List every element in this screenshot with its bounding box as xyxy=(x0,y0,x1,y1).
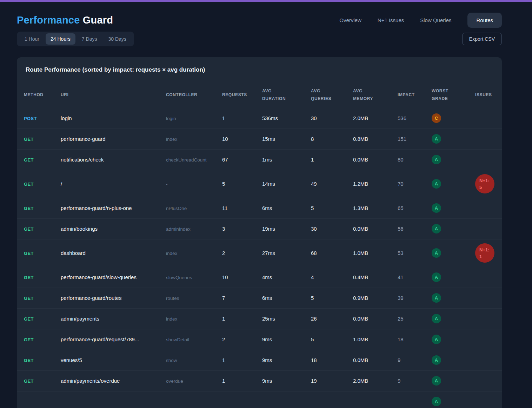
time-range-1-hour[interactable]: 1 Hour xyxy=(20,33,44,45)
controller-cell: nPlusOne xyxy=(166,198,222,218)
impact-cell: 18 xyxy=(398,329,432,350)
app-title-primary: Performance xyxy=(17,14,80,26)
requests-cell: 1 xyxy=(222,370,262,391)
worst-grade-cell: A xyxy=(432,218,475,239)
avg-memory-value: 2.0MB xyxy=(353,115,368,121)
controller-cell: show xyxy=(166,350,222,370)
avg-duration-cell: 4ms xyxy=(262,267,311,288)
time-range-30-days[interactable]: 30 Days xyxy=(103,33,131,45)
main-nav: OverviewN+1 IssuesSlow QueriesRoutes xyxy=(339,13,502,28)
nav-item-n-1-issues[interactable]: N+1 Issues xyxy=(378,17,404,23)
column-header-worst-grade: WORST GRADE xyxy=(432,82,475,108)
app-title-secondary: Guard xyxy=(83,14,113,26)
method-label: GET xyxy=(24,296,34,301)
avg-queries-value: 5 xyxy=(311,336,314,342)
requests-cell: 11 xyxy=(222,198,262,218)
requests-value: 1 xyxy=(222,115,225,121)
grade-badge: C xyxy=(432,113,441,123)
method-label: GET xyxy=(24,251,34,256)
controller-cell: showDetail xyxy=(166,329,222,350)
grade-badge: A xyxy=(432,293,441,303)
table-row: A xyxy=(17,391,502,408)
controller-text: adminIndex xyxy=(166,226,191,232)
avg-memory-cell: 1.0MB xyxy=(353,329,398,350)
avg-memory-value: 1.0MB xyxy=(353,336,368,342)
issues-cell xyxy=(475,329,502,350)
controller-text: login xyxy=(166,116,176,121)
column-header-method: METHOD xyxy=(17,82,61,108)
controller-cell: index xyxy=(166,239,222,267)
avg-queries-value: 68 xyxy=(311,250,317,256)
controller-text: overdue xyxy=(166,379,183,384)
worst-grade-cell: A xyxy=(432,288,475,308)
worst-grade-cell: A xyxy=(432,198,475,218)
avg-memory-value: 1.0MB xyxy=(353,250,368,256)
table-row: GETadmin/payments/overdueoverdue19ms192.… xyxy=(17,370,502,391)
avg-queries-value: 18 xyxy=(311,357,317,363)
requests-cell: 67 xyxy=(222,149,262,170)
worst-grade-cell: A xyxy=(432,329,475,350)
avg-memory-cell: 1.2MB xyxy=(353,170,398,198)
requests-cell: 2 xyxy=(222,239,262,267)
requests-value: 1 xyxy=(222,378,225,384)
requests-value: 2 xyxy=(222,336,225,342)
issues-cell xyxy=(475,198,502,218)
avg-memory-cell: 1.3MB xyxy=(353,198,398,218)
issues-cell xyxy=(475,308,502,329)
time-range-selector: 1 Hour24 Hours7 Days30 Days xyxy=(17,32,134,46)
controller-text: - xyxy=(166,182,168,187)
impact-value: 80 xyxy=(398,157,404,163)
requests-value: 10 xyxy=(222,136,228,142)
time-range-24-hours[interactable]: 24 Hours xyxy=(46,33,75,45)
impact-value: 18 xyxy=(398,336,404,342)
controller-cell: routes xyxy=(166,288,222,308)
page-shell: Performance Guard OverviewN+1 IssuesSlow… xyxy=(17,2,502,408)
method-cell: GET xyxy=(17,129,61,149)
avg-duration-value: 6ms xyxy=(262,295,272,301)
uri-cell: performance-guard xyxy=(61,129,166,149)
requests-value: 67 xyxy=(222,157,228,163)
table-row: GETadmin/paymentsindex125ms260.0MB25A xyxy=(17,308,502,329)
uri-text: notifications/check xyxy=(61,157,104,163)
nav-item-slow-queries[interactable]: Slow Queries xyxy=(420,17,451,23)
worst-grade-cell: A xyxy=(432,350,475,370)
avg-memory-cell: 2.0MB xyxy=(353,370,398,391)
n-plus-one-count: 5 xyxy=(479,184,494,191)
nav-item-overview[interactable]: Overview xyxy=(339,17,361,23)
export-csv-button[interactable]: Export CSV xyxy=(462,33,502,45)
avg-memory-cell: 0.0MB xyxy=(353,218,398,239)
column-header-avg-duration: AVG DURATION xyxy=(262,82,311,108)
impact-value: 41 xyxy=(398,274,404,280)
worst-grade-cell: A xyxy=(432,391,475,408)
avg-duration-cell: 6ms xyxy=(262,198,311,218)
avg-queries-cell: 5 xyxy=(311,329,353,350)
avg-memory-cell: 0.8MB xyxy=(353,129,398,149)
toolbar: 1 Hour24 Hours7 Days30 Days Export CSV xyxy=(17,32,502,46)
avg-duration-cell: 19ms xyxy=(262,218,311,239)
grade-badge: A xyxy=(432,179,441,189)
uri-text: admin/payments/overdue xyxy=(61,378,120,384)
avg-duration-cell: 6ms xyxy=(262,288,311,308)
requests-value: 2 xyxy=(222,250,225,256)
worst-grade-cell: A xyxy=(432,170,475,198)
avg-queries-cell: 1 xyxy=(311,149,353,170)
table-row: GET/-514ms491.2MB70AN+1:5 xyxy=(17,170,502,198)
requests-cell: 2 xyxy=(222,329,262,350)
app-header: Performance Guard OverviewN+1 IssuesSlow… xyxy=(17,2,502,30)
issues-cell xyxy=(475,370,502,391)
table-row: GETperformance-guard/slow-queriesslowQue… xyxy=(17,267,502,288)
avg-duration-value: 25ms xyxy=(262,316,275,322)
time-range-7-days[interactable]: 7 Days xyxy=(77,33,102,45)
avg-memory-value: 0.4MB xyxy=(353,274,368,280)
impact-value: 65 xyxy=(398,205,404,211)
worst-grade-cell: A xyxy=(432,267,475,288)
method-label: GET xyxy=(24,206,34,211)
requests-value: 1 xyxy=(222,316,225,322)
method-label: GET xyxy=(24,358,34,363)
impact-cell: 9 xyxy=(398,370,432,391)
avg-duration-cell: 536ms xyxy=(262,108,311,129)
uri-cell: dashboard xyxy=(61,239,166,267)
nav-item-routes[interactable]: Routes xyxy=(467,13,502,28)
impact-value: 536 xyxy=(398,115,406,121)
uri-text: dashboard xyxy=(61,250,86,256)
